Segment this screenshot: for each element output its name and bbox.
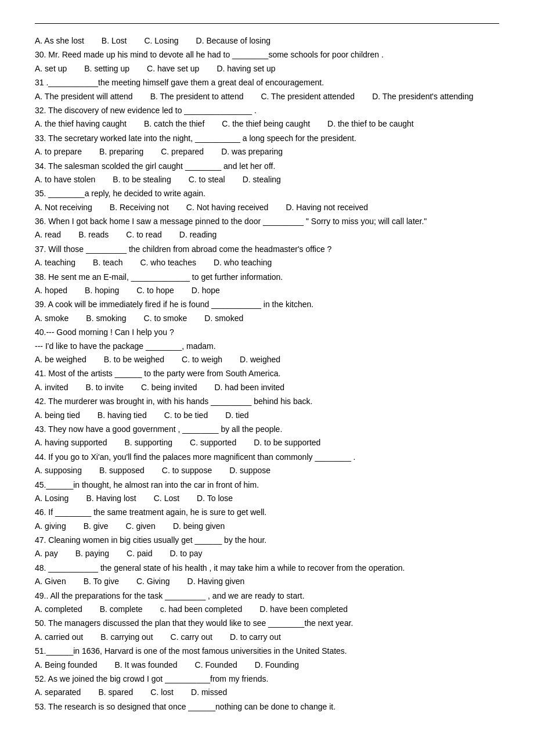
option-prev-0: A. As she lost [35, 34, 84, 47]
option-39-3: D. smoked [204, 312, 243, 325]
question-block-52: 52. As we joined the big crowd I got ___… [35, 672, 499, 699]
option-30-0: A. set up [35, 62, 67, 75]
question-text-47: 47. Cleaning women in big cities usually… [35, 534, 499, 546]
questions-container: A. As she lostB. LostC. LosingD. Because… [35, 34, 499, 713]
option-45-2: C. Lost [154, 492, 179, 505]
question-block-40: 40.--- Good morning ! Can I help you ? -… [35, 326, 499, 366]
option-41-3: D. had been invited [214, 381, 284, 394]
question-text-30: 30. Mr. Reed made up his mind to devote … [35, 48, 499, 61]
option-40-1: B. to be weighed [104, 353, 164, 366]
question-text-52: 52. As we joined the big crowd I got ___… [35, 672, 499, 685]
option-34-3: D. stealing [243, 173, 281, 186]
options-row-49: A. completedB. completec. had been compl… [35, 603, 499, 615]
option-49-2: c. had been completed [160, 603, 243, 615]
option-37-2: C. who teaches [140, 256, 196, 269]
option-37-3: D. who teaching [214, 256, 272, 269]
options-row-33: A. to prepareB. preparingC. preparedD. w… [35, 145, 499, 158]
options-row-32: A. the thief having caughtB. catch the t… [35, 117, 499, 130]
option-33-2: C. prepared [161, 145, 204, 158]
option-36-0: A. read [35, 228, 61, 241]
question-block-30: 30. Mr. Reed made up his mind to devote … [35, 48, 499, 75]
options-row-45: A. LosingB. Having lostC. LostD. To lose [35, 492, 499, 505]
options-row-36: A. readB. readsC. to readD. reading [35, 228, 499, 241]
option-41-2: C. being invited [141, 381, 197, 394]
option-44-0: A. supposing [35, 464, 82, 477]
option-47-0: A. pay [35, 547, 58, 560]
question-block-37: 37. Will those _________ the children fr… [35, 243, 499, 269]
question-text-34: 34. The salesman scolded the girl caught… [35, 160, 499, 172]
option-49-3: D. have been completed [259, 603, 348, 615]
top-divider [35, 23, 499, 24]
option-46-0: A. giving [35, 520, 66, 532]
options-row-30: A. set upB. setting upC. have set upD. h… [35, 62, 499, 75]
option-50-1: B. carrying out [100, 631, 153, 643]
option-prev-1: B. Lost [102, 34, 127, 47]
options-row-prev: A. As she lostB. LostC. LosingD. Because… [35, 34, 499, 47]
option-36-3: D. reading [179, 228, 217, 241]
option-43-1: B. supporting [125, 436, 173, 449]
option-30-1: B. setting up [84, 62, 129, 75]
option-33-1: B. preparing [99, 145, 143, 158]
option-50-2: C. carry out [171, 631, 212, 643]
question-text-48: 48. ___________ the general state of his… [35, 561, 499, 574]
options-row-51: A. Being foundedB. It was foundedC. Foun… [35, 658, 499, 671]
options-row-52: A. separatedB. sparedC. lostD. missed [35, 686, 499, 699]
option-43-0: A. having supported [35, 436, 107, 449]
question-block-49: 49.. All the preparations for the task _… [35, 589, 499, 616]
option-31-2: C. The president attended [261, 90, 355, 103]
question-text-35: 35. ________a reply, he decided to write… [35, 187, 499, 200]
option-50-3: D. to carry out [230, 631, 281, 643]
question-text-41: 41. Most of the artists ______ to the pa… [35, 367, 499, 380]
option-32-3: D. the thief to be caught [327, 117, 414, 130]
option-48-2: C. Giving [136, 575, 170, 588]
option-30-2: C. have set up [147, 62, 199, 75]
option-37-0: A. teaching [35, 256, 75, 269]
option-35-0: A. Not receiving [35, 201, 92, 214]
options-row-46: A. givingB. giveC. givenD. being given [35, 520, 499, 532]
option-52-0: A. separated [35, 686, 81, 699]
option-47-1: B. paying [75, 547, 109, 560]
question-text-40: 40.--- Good morning ! Can I help you ? [35, 326, 499, 339]
option-prev-3: D. Because of losing [196, 34, 270, 47]
option-31-3: D. The president's attending [372, 90, 473, 103]
option-42-2: C. to be tied [164, 409, 208, 422]
option-52-2: C. lost [150, 686, 174, 699]
option-48-1: B. To give [84, 575, 119, 588]
option-47-3: D. to pay [169, 547, 202, 560]
option-51-3: D. Founding [255, 658, 299, 671]
option-44-3: D. suppose [229, 464, 270, 477]
option-45-0: A. Losing [35, 492, 68, 505]
option-51-0: A. Being founded [35, 658, 97, 671]
option-48-3: D. Having given [187, 575, 245, 588]
option-35-3: D. Having not received [286, 201, 368, 214]
question-text-39: 39. A cook will be immediately fired if … [35, 298, 499, 311]
options-row-43: A. having supportedB. supportingC. suppo… [35, 436, 499, 449]
question-text-37: 37. Will those _________ the children fr… [35, 243, 499, 255]
option-49-0: A. completed [35, 603, 82, 615]
question-text-43: 43. They now have a good government , __… [35, 423, 499, 435]
option-44-1: B. supposed [99, 464, 145, 477]
option-36-1: B. reads [78, 228, 109, 241]
question-block-38: 38. He sent me an E-mail, _____________ … [35, 271, 499, 297]
option-34-2: C. to steal [189, 173, 225, 186]
options-row-50: A. carried outB. carrying outC. carry ou… [35, 631, 499, 643]
question-text-50: 50. The managers discussed the plan that… [35, 617, 499, 629]
option-37-1: B. teach [93, 256, 122, 269]
option-46-2: C. given [126, 520, 156, 532]
option-42-1: B. having tied [98, 409, 147, 422]
option-40-3: D. weighed [240, 353, 280, 366]
option-31-0: A. The president will attend [35, 90, 133, 103]
option-50-0: A. carried out [35, 631, 83, 643]
option-40-0: A. be weighed [35, 353, 86, 366]
option-33-0: A. to prepare [35, 145, 82, 158]
question-block-36: 36. When I got back home I saw a message… [35, 215, 499, 242]
question-text-53: 53. The research is so designed that onc… [35, 700, 499, 713]
option-43-3: D. to be supported [254, 436, 320, 449]
question-text-33: 33. The secretary worked late into the n… [35, 132, 499, 145]
option-34-1: B. to be stealing [113, 173, 171, 186]
option-47-2: C. paid [127, 547, 152, 560]
question-text-38: 38. He sent me an E-mail, _____________ … [35, 271, 499, 283]
option-39-0: A. smoke [35, 312, 68, 325]
option-36-2: C. to read [126, 228, 161, 241]
options-row-38: A. hopedB. hopingC. to hopeD. hope [35, 284, 499, 297]
